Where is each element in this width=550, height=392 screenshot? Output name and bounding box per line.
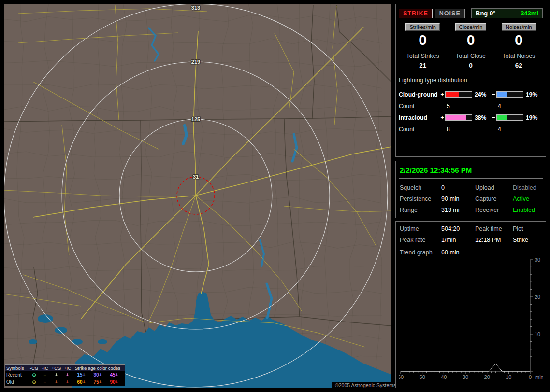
- legend-col-neg-ic: -IC: [40, 365, 51, 371]
- noises-per-min-value: 0: [495, 32, 543, 49]
- svg-text:40: 40: [441, 374, 447, 380]
- lightning-range-map[interactable]: 313 219 125 31: [4, 4, 391, 388]
- cg-positive-pct: 24%: [472, 91, 491, 98]
- bearing-value: Bng 9°: [476, 10, 495, 17]
- peak-rate-value: 1/min: [441, 237, 475, 243]
- legend-col-neg-cg: -CG: [29, 365, 40, 371]
- close-per-min-value: 0: [447, 32, 494, 49]
- total-close-label: Total Close: [447, 53, 494, 59]
- ic-positive-pct: 38%: [472, 114, 491, 121]
- capture-value: Active: [513, 196, 542, 202]
- age-45: 45+: [106, 372, 122, 378]
- ic-positive-gauge: [445, 114, 472, 121]
- svg-text:60: 60: [399, 374, 404, 380]
- squelch-label: Squelch: [400, 184, 441, 191]
- cloud-ground-label: Cloud-ground: [399, 91, 439, 98]
- datetime-display: 2/2/2026 12:34:56 PM: [399, 164, 543, 179]
- ring-label-125: 125: [191, 116, 200, 122]
- distribution-grid: Cloud-ground + 24% − 19% Count 5 4 Intra…: [399, 91, 543, 133]
- plot-label: Plot: [513, 225, 542, 232]
- range-label: Range: [400, 207, 441, 213]
- svg-text:10: 10: [506, 374, 511, 380]
- neg-ic-recent-icon: −: [40, 372, 51, 378]
- svg-text:20: 20: [484, 374, 490, 380]
- bearing-distance: 343mi: [521, 10, 538, 17]
- trend-graph-label: Trend graph: [400, 249, 441, 256]
- total-close-value: 0: [447, 62, 494, 69]
- svg-text:0: 0: [529, 374, 532, 380]
- strike-mode-button[interactable]: STRIKE: [399, 9, 433, 18]
- noise-mode-button[interactable]: NOISE: [435, 9, 465, 18]
- trend-chart: 6050403020100102030min: [399, 257, 543, 383]
- ic-negative-pct: 19%: [523, 114, 542, 121]
- pos-cg-old-icon: +: [51, 379, 62, 385]
- total-noises: Total Noises 62: [495, 53, 543, 69]
- total-noises-label: Total Noises: [495, 53, 543, 59]
- upload-value: Disabled: [513, 184, 542, 191]
- legend-recent-label: Recent: [6, 372, 29, 378]
- total-close: Total Close 0: [447, 53, 494, 69]
- legend-old-label: Old: [6, 379, 29, 385]
- plus-sign: +: [439, 91, 445, 98]
- minus-sign: −: [491, 91, 496, 98]
- svg-text:50: 50: [420, 374, 425, 380]
- receiver-value: Enabled: [513, 207, 542, 213]
- upload-label: Upload: [475, 184, 513, 191]
- ic-negative-count: 4: [496, 126, 523, 133]
- session-trend-panel: Uptime 504:20 Peak time Plot Peak rate 1…: [395, 221, 546, 388]
- legend-col-pos-cg: +CG: [51, 365, 62, 371]
- cg-negative-count: 4: [496, 103, 523, 110]
- svg-text:30: 30: [535, 257, 540, 263]
- bearing-display: Bng 9° 343mi: [471, 8, 543, 18]
- legend-col-pos-ic: +IC: [62, 365, 73, 371]
- distribution-title: Lightning type distribution: [399, 77, 543, 85]
- legend-age-title: Strike age color codes: [73, 365, 122, 371]
- squelch-value: 0: [441, 184, 475, 191]
- legend-header: Symbols -CG -IC +CG +IC Strike age color…: [5, 365, 125, 371]
- noises-per-min: Noises/min 0: [495, 23, 543, 49]
- cg-negative-gauge: [496, 91, 523, 98]
- pos-ic-recent-icon: +: [62, 372, 73, 378]
- legend-symbols-title: Symbols: [6, 365, 29, 371]
- age-15: 15+: [73, 372, 89, 378]
- uptime-value: 504:20: [441, 225, 475, 232]
- strikes-per-min-label: Strikes/min: [405, 23, 439, 31]
- close-per-min: Close/min 0: [447, 23, 494, 49]
- neg-cg-old-icon: ⊖: [29, 379, 40, 385]
- svg-text:min: min: [535, 374, 543, 380]
- age-60: 60+: [73, 379, 89, 385]
- map-svg: 313 219 125 31: [4, 4, 391, 388]
- minus-sign: −: [491, 114, 496, 121]
- mode-button-row: STRIKE NOISE Bng 9° 343mi: [399, 8, 543, 18]
- total-strikes-label: Total Strikes: [399, 53, 447, 59]
- age-30: 30+: [89, 372, 106, 378]
- ic-count-label: Count: [399, 126, 439, 133]
- peak-rate-label: Peak rate: [400, 237, 441, 243]
- svg-text:10: 10: [535, 331, 540, 337]
- trend-graph-row: Trend graph 60 min: [399, 249, 543, 256]
- persistence-label: Persistence: [400, 196, 441, 202]
- range-value: 313 mi: [441, 207, 475, 213]
- uptime-label: Uptime: [400, 225, 441, 232]
- strikes-per-min-value: 0: [399, 32, 447, 49]
- pos-cg-recent-icon: +: [51, 372, 62, 378]
- receiver-label: Receiver: [475, 207, 513, 213]
- noises-per-min-label: Noises/min: [502, 23, 536, 31]
- peak-time-value: 12:18 PM: [475, 237, 513, 243]
- strikes-per-min: Strikes/min 0: [399, 23, 447, 49]
- intracloud-label: Intracloud: [399, 114, 439, 121]
- copyright-text: ©2005 Astrogenic Systems: [332, 382, 399, 389]
- ring-label-31: 31: [193, 174, 199, 180]
- ic-negative-gauge: [496, 114, 523, 121]
- legend-row-old: Old ⊖ − + + 60+ 75+ 90+: [5, 378, 125, 386]
- svg-text:20: 20: [535, 294, 540, 300]
- ring-label-313: 313: [191, 5, 200, 11]
- cg-positive-count: 5: [445, 103, 472, 110]
- close-per-min-label: Close/min: [455, 23, 487, 31]
- map-legend: Symbols -CG -IC +CG +IC Strike age color…: [5, 364, 125, 386]
- plot-value: Strike: [513, 237, 542, 243]
- age-75: 75+: [89, 379, 106, 385]
- svg-text:30: 30: [463, 374, 468, 380]
- plus-sign: +: [439, 114, 445, 121]
- age-90: 90+: [106, 379, 122, 385]
